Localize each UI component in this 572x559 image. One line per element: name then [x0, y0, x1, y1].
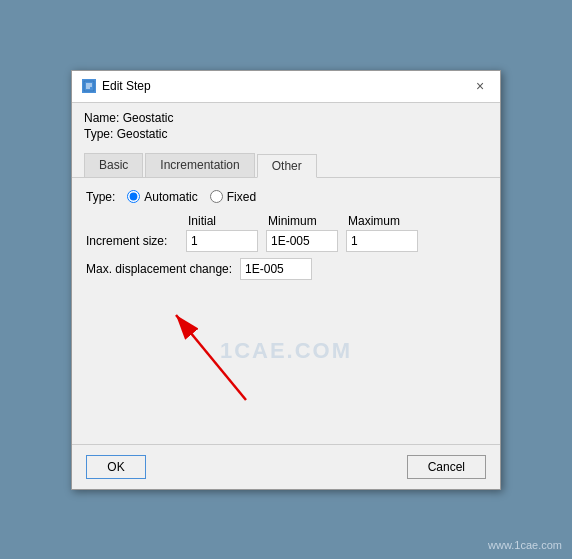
type-label-meta: Type: — [84, 127, 113, 141]
radio-automatic-input[interactable] — [127, 190, 140, 203]
title-bar: Edit Step × — [72, 71, 500, 103]
radio-fixed[interactable]: Fixed — [210, 190, 256, 204]
title-bar-left: Edit Step — [82, 79, 151, 93]
ok-button[interactable]: OK — [86, 455, 146, 479]
displacement-label: Max. displacement change: — [86, 262, 232, 276]
increment-maximum-input[interactable] — [346, 230, 418, 252]
table-headers: Initial Minimum Maximum — [86, 214, 486, 228]
edit-step-dialog: Edit Step × Name: Geostatic Type: Geosta… — [71, 70, 501, 490]
increment-initial-input[interactable] — [186, 230, 258, 252]
bottom-bar: OK Cancel — [72, 444, 500, 489]
content-area: Type: Automatic Fixed Initial Minimum — [72, 178, 500, 444]
name-row: Name: Geostatic — [84, 111, 488, 125]
radio-automatic[interactable]: Automatic — [127, 190, 197, 204]
type-row-meta: Type: Geostatic — [84, 127, 488, 141]
displacement-input[interactable] — [240, 258, 312, 280]
type-value-meta: Geostatic — [117, 127, 168, 141]
tab-other[interactable]: Other — [257, 154, 317, 178]
tab-basic[interactable]: Basic — [84, 153, 143, 177]
increment-minimum-input[interactable] — [266, 230, 338, 252]
name-value: Geostatic — [123, 111, 174, 125]
increment-size-label: Increment size: — [86, 234, 186, 248]
col-initial: Initial — [186, 214, 266, 228]
radio-fixed-input[interactable] — [210, 190, 223, 203]
tab-content-other: Type: Automatic Fixed Initial Minimum — [72, 178, 500, 444]
website-text: www.1cae.com — [488, 539, 562, 551]
col-minimum: Minimum — [266, 214, 346, 228]
cancel-button[interactable]: Cancel — [407, 455, 486, 479]
arrow-annotation — [146, 300, 326, 420]
radio-automatic-label: Automatic — [144, 190, 197, 204]
increment-size-row: Increment size: — [86, 230, 486, 252]
type-radio-group: Automatic Fixed — [127, 190, 256, 204]
tab-incrementation[interactable]: Incrementation — [145, 153, 254, 177]
type-section: Type: Automatic Fixed — [86, 190, 486, 204]
type-section-label: Type: — [86, 190, 115, 204]
meta-info: Name: Geostatic Type: Geostatic — [72, 103, 500, 147]
dialog-title: Edit Step — [102, 79, 151, 93]
tab-bar: Basic Incrementation Other — [72, 147, 500, 178]
radio-fixed-label: Fixed — [227, 190, 256, 204]
edit-step-icon — [82, 79, 96, 93]
col-maximum: Maximum — [346, 214, 426, 228]
displacement-row: Max. displacement change: — [86, 258, 486, 280]
name-label: Name: — [84, 111, 119, 125]
svg-line-5 — [176, 315, 246, 400]
col-empty — [86, 214, 186, 228]
close-button[interactable]: × — [470, 76, 490, 96]
